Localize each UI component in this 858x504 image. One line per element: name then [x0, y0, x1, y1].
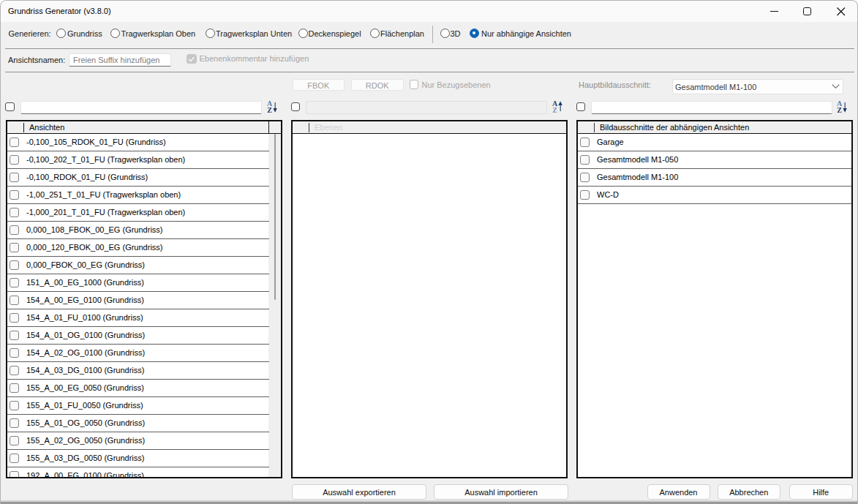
- svg-text:Z: Z: [267, 106, 272, 114]
- svg-text:Z: Z: [552, 106, 557, 114]
- svg-text:Z: Z: [837, 106, 842, 114]
